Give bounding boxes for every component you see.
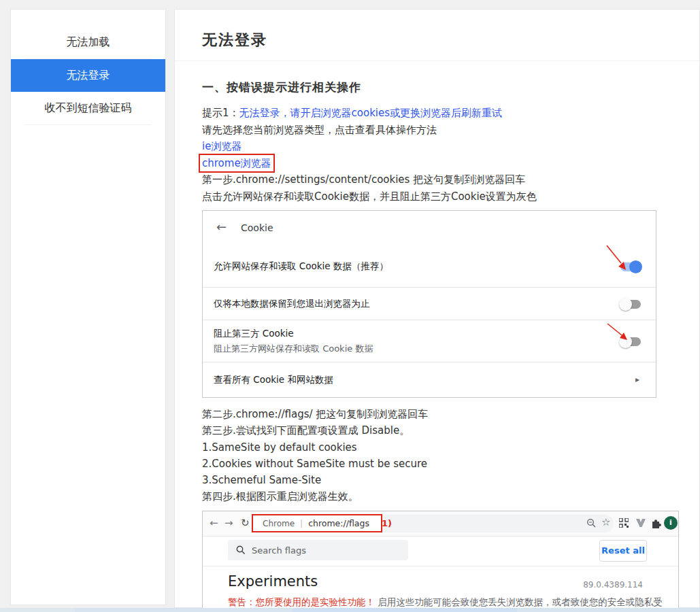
zoom-search-icon — [586, 518, 597, 528]
cookie-row-label: 允许网站保存和读取 Cookie 数据（推荐） — [214, 260, 656, 273]
url-separator: | — [300, 519, 303, 528]
back-arrow-icon: ← — [210, 517, 218, 529]
main-content: 无法登录 一、按错误提示进行相关操作 提示1：无法登录，请开启浏览器cookie… — [174, 9, 700, 608]
sidebar: 无法加载 无法登录 收不到短信验证码 — [10, 9, 166, 605]
section-heading: 一、按错误提示进行相关操作 — [202, 80, 361, 95]
toggle-keep-local-off — [620, 300, 641, 309]
tip-error-link[interactable]: 无法登录，请开启浏览器cookies或更换浏览器后刷新重试 — [239, 107, 503, 119]
cookie-row-keep-local: 仅将本地数据保留到您退出浏览器为止 — [203, 287, 656, 320]
red-number-annotation: 1) — [382, 518, 392, 528]
step4-line: 第四步.根据图示重启浏览器生效。 — [202, 488, 665, 505]
cookie-row-label: 查看所有 Cookie 和网站数据 — [214, 374, 656, 386]
tip-prefix: 提示1： — [202, 107, 239, 119]
bottom-edge-strip — [0, 608, 700, 612]
step1-line2: 点击允许网站保存和读取Cookie数据，并且阻止第三方Cookie设置为灰色 — [202, 188, 665, 205]
sidebar-item-cannot-load[interactable]: 无法加载 — [11, 26, 165, 58]
toggle-knob — [619, 298, 632, 311]
search-flags-input: Search flags — [228, 540, 408, 560]
title-divider — [175, 61, 699, 61]
select-browser-line: 请先选择您当前浏览器类型，点击查看具体操作方法 — [202, 122, 665, 139]
cookie-panel-header: ← Cookie — [203, 211, 656, 246]
cookie-settings-screenshot: ← Cookie 允许网站保存和读取 Cookie 数据（推荐） 仅将本地数据保… — [202, 210, 656, 398]
chevron-right-icon: ▸ — [635, 375, 639, 384]
qr-code-icon — [619, 518, 629, 528]
instructions-paragraph: 提示1：无法登录，请开启浏览器cookies或更换浏览器后刷新重试 请先选择您当… — [202, 105, 665, 205]
strip-segment — [75, 608, 293, 612]
chrome-browser-link[interactable]: chrome浏览器 — [202, 157, 271, 169]
chrome-flags-screenshot: ← → ↻ Chrome | chrome://flags 1) — [202, 511, 679, 612]
strip-segment — [517, 608, 700, 612]
cookie-row-sublabel: 阻止第三方网站保存和读取 Cookie 数据 — [214, 343, 656, 355]
cookie-row-label: 仅将本地数据保留到您退出浏览器为止 — [214, 298, 656, 310]
flag-item: 3.Schemeful Same-Site — [202, 472, 665, 488]
help-page: 无法加载 无法登录 收不到短信验证码 无法登录 一、按错误提示进行相关操作 提示… — [0, 0, 700, 612]
cookie-row-allow: 允许网站保存和读取 Cookie 数据（推荐） — [203, 246, 656, 287]
step3-line: 第三步.尝试找到下面配置项设置成 Disable。 — [202, 422, 665, 439]
step2-line: 第二步.chrome://flags/ 把这句复制到浏览器回车 — [202, 406, 665, 422]
cookie-row-block-third-party: 阻止第三方 Cookie 阻止第三方网站保存和读取 Cookie 数据 — [203, 320, 656, 362]
toggle-knob — [629, 260, 642, 273]
cookie-row-label: 阻止第三方 Cookie — [214, 328, 656, 340]
chrome-version: 89.0.4389.114 — [583, 580, 643, 590]
flags-divider — [203, 566, 678, 566]
sidebar-item-cannot-login[interactable]: 无法登录 — [11, 59, 165, 92]
experiments-heading: Experiments — [228, 573, 318, 590]
search-flags-placeholder: Search flags — [252, 545, 306, 556]
address-url: chrome://flags — [308, 518, 369, 528]
site-label: Chrome — [263, 519, 295, 528]
bookmark-star-icon: ☆ — [601, 516, 610, 528]
address-red-annotation-box: Chrome | chrome://flags 1) — [252, 514, 382, 532]
cookie-panel-title: Cookie — [241, 222, 273, 233]
flag-item: 1.SameSite by default cookies — [202, 439, 665, 456]
extensions-puzzle-icon — [650, 517, 661, 528]
flags-instructions-paragraph: 第二步.chrome://flags/ 把这句复制到浏览器回车 第三步.尝试找到… — [202, 406, 665, 505]
forward-arrow-icon: → — [224, 517, 233, 529]
toggle-allow-cookies-on — [620, 262, 641, 271]
reload-icon: ↻ — [241, 517, 250, 529]
cookie-row-see-all: 查看所有 Cookie 和网站数据 ▸ — [203, 362, 656, 398]
toggle-block-third-party-off — [620, 337, 641, 346]
strip-segment — [293, 608, 517, 612]
flag-item: 2.Cookies without SameSite must be secur… — [202, 456, 665, 472]
toggle-knob — [619, 335, 632, 348]
reset-all-button: Reset all — [599, 540, 647, 562]
search-icon — [236, 545, 246, 555]
sidebar-item-no-sms-code[interactable]: 收不到短信验证码 — [11, 92, 165, 124]
tip-line: 提示1：无法登录，请开启浏览器cookies或更换浏览器后刷新重试 — [202, 105, 665, 122]
profile-avatar: i — [664, 516, 678, 530]
browser-toolbar: ← → ↻ Chrome | chrome://flags 1) — [203, 511, 678, 537]
strip-segment — [0, 608, 75, 612]
back-arrow-icon: ← — [216, 220, 227, 234]
step1-line: 第一步.chrome://settings/content/cookies 把这… — [202, 171, 665, 188]
page-title: 无法登录 — [202, 30, 267, 50]
ie-browser-link[interactable]: ie浏览器 — [202, 140, 241, 152]
sidebar-divider — [24, 124, 152, 125]
vpn-v-icon — [636, 519, 646, 527]
warning-highlight: 警告：您所要使用的是实验性功能！ — [228, 596, 375, 607]
